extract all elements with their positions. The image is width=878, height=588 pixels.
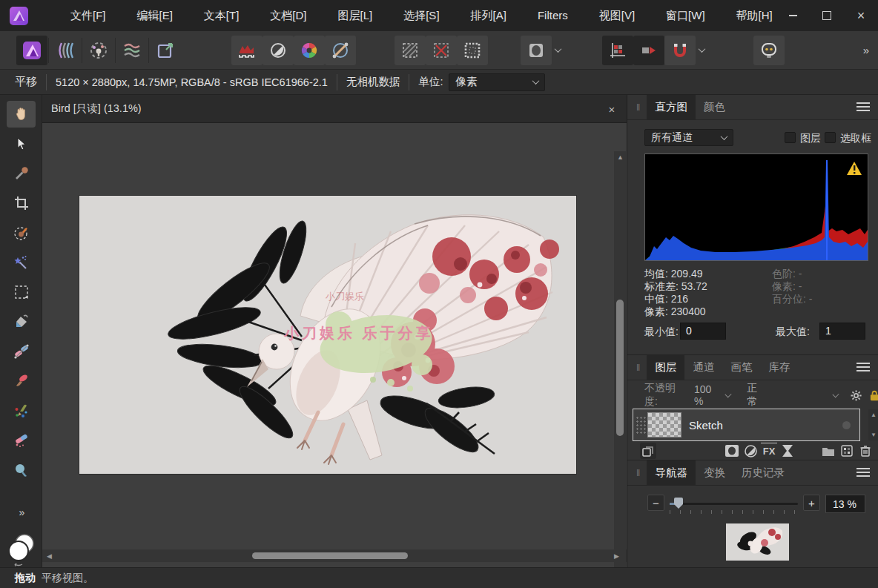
- panel-grip-icon[interactable]: ‖: [636, 467, 641, 478]
- menu-window[interactable]: 窗口[W]: [650, 1, 721, 30]
- tab-navigator[interactable]: 导航器: [647, 460, 696, 486]
- menu-file[interactable]: 文件[F]: [55, 1, 122, 30]
- zoom-slider-handle[interactable]: [674, 498, 683, 509]
- tab-layers[interactable]: 图层: [647, 355, 684, 380]
- menu-arrange[interactable]: 排列[A]: [455, 1, 522, 30]
- snapping-dropdown[interactable]: [696, 36, 707, 65]
- flood-select-tool[interactable]: [7, 249, 36, 276]
- lock-icon[interactable]: [870, 389, 878, 402]
- tab-channels[interactable]: 通道: [684, 355, 722, 380]
- deselect-button[interactable]: [426, 36, 457, 65]
- colour-picker-tool[interactable]: [7, 160, 36, 187]
- layer-effects-button[interactable]: FX: [761, 443, 777, 459]
- quick-mask-button[interactable]: [521, 36, 552, 65]
- menu-filters[interactable]: Filters: [522, 1, 584, 30]
- fill-tool[interactable]: [7, 308, 36, 335]
- export-persona-button[interactable]: [150, 36, 181, 65]
- document-tab-close-icon[interactable]: ×: [604, 102, 619, 116]
- canvas-viewport[interactable]: 小刀娱乐 小刀娱乐 乐于分享 ▲ ▼: [42, 123, 627, 570]
- alignment-button[interactable]: [602, 36, 633, 65]
- adjustment-layer-button[interactable]: [742, 443, 759, 459]
- group-layers-button[interactable]: [820, 443, 836, 459]
- max-value-field[interactable]: 1: [819, 323, 865, 340]
- maximize-button[interactable]: [810, 0, 844, 31]
- document-tab[interactable]: Bird [只读] (13.1%): [51, 102, 142, 116]
- gradient-tool[interactable]: [7, 338, 36, 365]
- tab-history[interactable]: 历史记录: [733, 460, 793, 486]
- invert-selection-button[interactable]: [457, 36, 488, 65]
- duplicate-linked-button[interactable]: [640, 443, 656, 459]
- navigator-thumbnail[interactable]: [726, 523, 789, 561]
- layer-thumbnail[interactable]: [647, 412, 681, 437]
- opacity-value[interactable]: 100 %: [694, 383, 720, 407]
- zoom-slider[interactable]: [670, 503, 798, 505]
- tab-stock[interactable]: 库存: [760, 355, 798, 380]
- snapping-button[interactable]: [664, 36, 696, 65]
- scroll-down-icon[interactable]: ▼: [871, 432, 877, 438]
- tone-mapping-persona-button[interactable]: [116, 36, 148, 65]
- panel-menu-icon[interactable]: [856, 361, 870, 373]
- horizontal-scrollbar[interactable]: ◀ ▶: [42, 549, 627, 562]
- toolbar-overflow-button[interactable]: »: [863, 44, 868, 56]
- zoom-in-button[interactable]: +: [803, 495, 820, 511]
- paint-brush-tool[interactable]: [7, 368, 36, 394]
- develop-persona-button[interactable]: [83, 36, 114, 65]
- photo-persona-button[interactable]: [16, 36, 47, 65]
- scroll-up-icon[interactable]: ▲: [871, 412, 877, 418]
- move-tool[interactable]: [7, 131, 36, 157]
- quick-mask-dropdown[interactable]: [552, 36, 564, 65]
- auto-levels-button[interactable]: [231, 36, 263, 65]
- auto-contrast-button[interactable]: [263, 36, 294, 65]
- panel-menu-icon[interactable]: [856, 466, 870, 478]
- layer-visibility-toggle[interactable]: [842, 421, 851, 429]
- auto-white-balance-button[interactable]: [325, 36, 356, 65]
- panel-grip-icon[interactable]: ‖: [636, 362, 641, 373]
- eraser-tool[interactable]: [7, 427, 36, 454]
- marquee-tool[interactable]: [7, 279, 36, 305]
- insertion-order-button[interactable]: [633, 36, 664, 65]
- mask-layer-button[interactable]: [724, 443, 740, 459]
- auto-colour-button[interactable]: [294, 36, 325, 65]
- select-all-button[interactable]: [395, 36, 426, 65]
- min-value-field[interactable]: 0: [680, 323, 726, 340]
- vertical-scrollbar[interactable]: ▲ ▼: [614, 151, 626, 578]
- liquify-persona-button[interactable]: [50, 36, 81, 65]
- delete-layer-button[interactable]: [857, 443, 874, 459]
- zoom-out-button[interactable]: −: [647, 495, 664, 511]
- panel-grip-icon[interactable]: ‖: [636, 102, 641, 113]
- blend-mode-value[interactable]: 正常: [747, 382, 765, 409]
- crop-tool[interactable]: [7, 190, 36, 217]
- scroll-right-icon[interactable]: ▶: [614, 552, 619, 560]
- marquee-checkbox[interactable]: [825, 132, 836, 143]
- layers-scrollbar[interactable]: ▲▼: [868, 409, 878, 440]
- view-tool[interactable]: [7, 101, 36, 128]
- layer-name[interactable]: Sketch: [689, 419, 723, 432]
- unit-select[interactable]: 像素: [449, 73, 545, 91]
- panel-menu-icon[interactable]: [856, 101, 870, 113]
- more-tools-button[interactable]: »: [7, 499, 36, 526]
- menu-select[interactable]: 选择[S]: [388, 1, 455, 30]
- close-button[interactable]: ×: [844, 0, 878, 31]
- pixel-tool[interactable]: [7, 397, 36, 424]
- horizontal-scroll-thumb[interactable]: [252, 552, 408, 559]
- chevron-down-icon[interactable]: [725, 391, 732, 397]
- live-filter-button[interactable]: [779, 443, 796, 459]
- smudge-tool[interactable]: [7, 457, 36, 483]
- tab-brushes[interactable]: 画笔: [722, 355, 760, 380]
- chevron-down-icon[interactable]: [833, 391, 839, 397]
- layer-row[interactable]: Sketch: [633, 409, 859, 440]
- menu-document[interactable]: 文档[D]: [254, 1, 322, 30]
- histogram-chart[interactable]: [644, 153, 868, 261]
- menu-layer[interactable]: 图层[L]: [323, 1, 389, 30]
- scroll-left-icon[interactable]: ◀: [47, 552, 52, 560]
- new-layer-button[interactable]: [839, 443, 855, 459]
- tab-colour[interactable]: 颜色: [696, 95, 733, 120]
- scroll-up-icon[interactable]: ▲: [617, 153, 624, 161]
- zoom-value-field[interactable]: 13 %: [825, 495, 865, 513]
- menu-view[interactable]: 视图[V]: [584, 1, 650, 30]
- selection-brush-tool[interactable]: [7, 219, 36, 246]
- tab-histogram[interactable]: 直方图: [647, 95, 696, 120]
- colour-swatches[interactable]: [6, 532, 37, 568]
- assistant-button[interactable]: [753, 36, 785, 65]
- layer-checkbox[interactable]: [785, 132, 796, 143]
